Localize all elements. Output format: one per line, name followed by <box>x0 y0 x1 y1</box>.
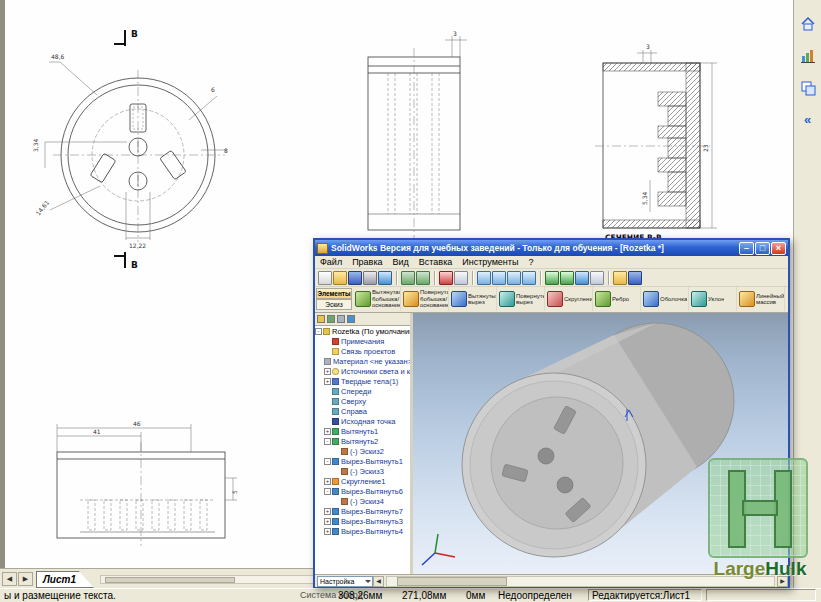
featuremanager-tab-icon[interactable] <box>317 315 325 323</box>
redo-icon[interactable] <box>416 271 430 285</box>
scroll-left-icon[interactable]: ◀ <box>373 576 384 587</box>
tree-item[interactable]: (-) Эскиз2 <box>315 446 410 456</box>
zoom-fit-icon[interactable] <box>477 271 491 285</box>
design-binder-icon <box>332 348 339 355</box>
menu-insert[interactable]: Вставка <box>414 257 457 267</box>
zoom-area-icon[interactable] <box>492 271 506 285</box>
home-icon[interactable] <box>798 14 818 34</box>
minimize-button[interactable]: – <box>739 242 754 255</box>
section-marker-bottom: B <box>131 260 138 270</box>
tree-item[interactable]: Материал <не указан> <box>315 356 410 366</box>
tree-item[interactable]: Сверху <box>315 396 410 406</box>
windows-icon[interactable] <box>798 78 818 98</box>
next-sheet-button[interactable]: ▶ <box>18 572 33 586</box>
view-orientation-icon[interactable] <box>590 271 604 285</box>
tree-item[interactable]: + Скругление1 <box>315 476 410 486</box>
viewport-scroll-thumb[interactable] <box>397 577 507 586</box>
sheet-tab[interactable]: Лист1 <box>36 571 94 588</box>
section-marker-top: B <box>131 29 138 39</box>
appearance-icon[interactable] <box>613 271 627 285</box>
tree-item[interactable]: Связь проектов <box>315 346 410 356</box>
scroll-right-icon[interactable]: ▶ <box>777 576 788 587</box>
fillet-icon <box>547 291 563 307</box>
shell-button[interactable]: Оболочка <box>641 287 689 311</box>
maximize-button[interactable]: □ <box>755 242 770 255</box>
front-view: 3 <box>368 30 467 240</box>
print-preview-icon[interactable] <box>378 271 392 285</box>
tree-item[interactable]: Справа <box>315 406 410 416</box>
viewport-hscrollbar[interactable] <box>386 576 775 587</box>
print-icon[interactable] <box>363 271 377 285</box>
pan-icon[interactable] <box>522 271 536 285</box>
extruded-cut-icon <box>451 291 467 307</box>
menu-view[interactable]: Вид <box>388 257 414 267</box>
menu-help[interactable]: ? <box>523 257 538 267</box>
menu-file[interactable]: Файл <box>315 257 347 267</box>
section-view-icon[interactable] <box>575 271 589 285</box>
close-button[interactable]: × <box>771 242 786 255</box>
options-icon[interactable] <box>628 271 642 285</box>
tree-item[interactable]: + Вытянуть1 <box>315 426 410 436</box>
open-icon[interactable] <box>333 271 347 285</box>
dim-label: 23 <box>702 144 709 152</box>
cut-extrude-icon <box>332 508 339 515</box>
tree-item[interactable]: Исходная точка <box>315 416 410 426</box>
draft-button[interactable]: Уклон <box>689 287 737 311</box>
save-icon[interactable] <box>348 271 362 285</box>
sketch-icon <box>341 498 348 505</box>
tree-item-root[interactable]: - Rozetka (По умолчанию...) <box>315 326 410 336</box>
origin-icon <box>332 418 339 425</box>
rotate-view-icon[interactable] <box>507 271 521 285</box>
dimxpert-tab-icon[interactable] <box>347 315 355 323</box>
chart-icon[interactable] <box>798 46 818 66</box>
revolved-cut-button[interactable]: Повернутый вырез <box>497 287 545 311</box>
tree-item[interactable]: Примечания <box>315 336 410 346</box>
undo-icon[interactable] <box>401 271 415 285</box>
3d-viewport[interactable] <box>413 313 788 574</box>
revolved-boss-button[interactable]: Повернутая бобышка/основание <box>401 287 449 311</box>
menu-tools[interactable]: Инструменты <box>457 257 523 267</box>
fillet-button[interactable]: Скругление <box>545 287 593 311</box>
shaded-mode-icon[interactable] <box>545 271 559 285</box>
tree-item[interactable]: + Вырез-Вытянуть3 <box>315 516 410 526</box>
section-view-bb: 23 3 5,34 СЕЧЕНИЕ B-B <box>595 43 717 242</box>
toolbar-separator <box>540 271 542 285</box>
status-z: 0мм <box>466 590 485 601</box>
tree-item[interactable]: + Твердые тела(1) <box>315 376 410 386</box>
standard-toolbar <box>315 269 788 287</box>
propertymanager-tab-icon[interactable] <box>327 315 335 323</box>
configuration-combo[interactable]: Настройка <box>317 576 373 587</box>
tree-item[interactable]: - Вырез-Вытянуть1 <box>315 456 410 466</box>
configurationmanager-tab-icon[interactable] <box>337 315 345 323</box>
tree-item[interactable]: + Источники света и камеры <box>315 366 410 376</box>
status-x: 308,26мм <box>338 590 382 601</box>
window-title: SolidWorks Версия для учебных заведений … <box>331 243 738 253</box>
select-icon[interactable] <box>454 271 468 285</box>
tree-item[interactable]: + Вырез-Вытянуть7 <box>315 506 410 516</box>
feature-manager-tabs <box>315 313 410 326</box>
tab-features[interactable]: Элементы <box>316 288 352 299</box>
window-title-bar[interactable]: SolidWorks Версия для учебных заведений … <box>315 240 788 256</box>
tree-item[interactable]: - Вырез-Вытянуть6 <box>315 486 410 496</box>
tree-item[interactable]: Спереди <box>315 386 410 396</box>
linear-pattern-button[interactable]: Линейный массив <box>737 287 785 311</box>
rib-button[interactable]: Ребро <box>593 287 641 311</box>
scrollbar-thumb[interactable] <box>105 577 235 583</box>
command-tabs: Элементы Эскиз <box>315 287 353 312</box>
tab-sketch[interactable]: Эскиз <box>316 299 352 310</box>
wireframe-mode-icon[interactable] <box>560 271 574 285</box>
extruded-boss-button[interactable]: Вытянутая бобышка/основание <box>353 287 401 311</box>
extruded-cut-button[interactable]: Вытянутый вырез <box>449 287 497 311</box>
dim-label: 5 <box>231 490 238 494</box>
tree-item[interactable]: (-) Эскиз3 <box>315 466 410 476</box>
tree-item[interactable]: + Вырез-Вытянуть4 <box>315 526 410 536</box>
rebuild-icon[interactable] <box>439 271 453 285</box>
new-document-icon[interactable] <box>318 271 332 285</box>
tree-item[interactable]: - Вытянуть2 <box>315 436 410 446</box>
menu-edit[interactable]: Правка <box>347 257 387 267</box>
status-editing: Редактируется:Лист1 <box>588 589 702 601</box>
tree-item[interactable]: (-) Эскиз4 <box>315 496 410 506</box>
prev-sheet-button[interactable]: ◀ <box>2 572 17 586</box>
sketch-icon <box>341 448 348 455</box>
collapse-panel-icon[interactable]: « <box>798 110 818 130</box>
